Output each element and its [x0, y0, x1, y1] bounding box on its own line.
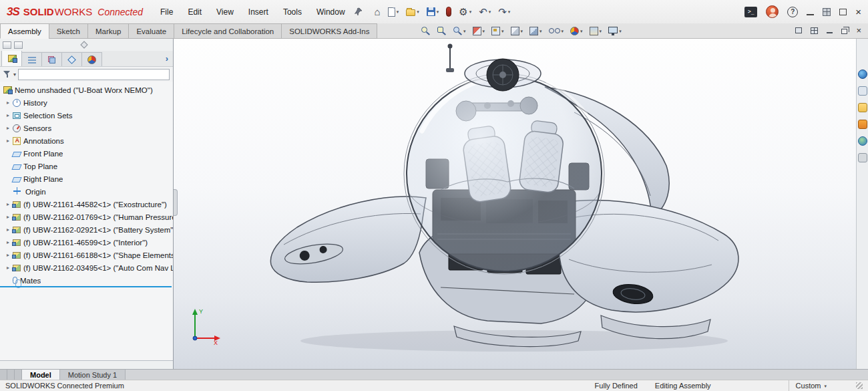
- menu-insert[interactable]: Insert: [248, 7, 268, 17]
- tree-item[interactable]: ▸ History: [0, 96, 173, 109]
- tree-root[interactable]: Nemo unshaded ("U-Boat Worx NEMO"): [0, 84, 173, 96]
- tab-evaluate[interactable]: Evaluate: [128, 23, 174, 39]
- resize-grip[interactable]: [856, 382, 863, 389]
- previous-view-button[interactable]: ▾: [453, 26, 466, 35]
- pin-menu-button[interactable]: [355, 7, 363, 16]
- expand-arrow-icon[interactable]: ▸: [4, 201, 12, 207]
- tree-item[interactable]: ▸ (f) UBW-21161-66188<1> ("Shape Element…: [0, 249, 173, 261]
- graphics-area[interactable]: Y X: [174, 39, 856, 369]
- expand-arrow-icon[interactable]: ▸: [4, 112, 12, 118]
- submarine-model[interactable]: [174, 39, 856, 369]
- tree-item[interactable]: Top Plane: [0, 160, 173, 172]
- view-settings-button[interactable]: ▾: [608, 27, 622, 35]
- panel-tool-icon[interactable]: [3, 41, 11, 49]
- lifecycle-button[interactable]: [445, 6, 453, 17]
- menu-window[interactable]: Window: [316, 7, 345, 17]
- tree-item[interactable]: ▸ Annotations: [0, 134, 173, 147]
- tab-featuremanager-tree[interactable]: [1, 50, 22, 66]
- console-icon[interactable]: >_: [744, 7, 757, 17]
- view-palette-icon[interactable]: [858, 120, 867, 129]
- custom-properties-icon[interactable]: [858, 153, 867, 162]
- pane-splitter-buttons[interactable]: [0, 370, 22, 380]
- expand-arrow-icon[interactable]: ▸: [4, 138, 12, 144]
- tab-motion-study[interactable]: Motion Study 1: [60, 370, 126, 380]
- view-orientation-button[interactable]: ▾: [511, 27, 523, 35]
- section-view-button[interactable]: ▾: [473, 27, 485, 35]
- reference-triad[interactable]: Y X: [186, 306, 222, 345]
- tab-propertymanager[interactable]: [21, 52, 42, 66]
- tab-displaymanager[interactable]: [81, 52, 102, 66]
- appearances-icon[interactable]: [858, 136, 867, 146]
- doc-restore-icon[interactable]: [841, 29, 847, 34]
- doc-minimize-icon[interactable]: [827, 32, 833, 33]
- user-avatar[interactable]: [766, 5, 779, 18]
- apply-scene-button[interactable]: ▾: [590, 27, 602, 35]
- tab-lifecycle-collaboration[interactable]: Lifecycle and Collaboration: [174, 23, 282, 39]
- expand-arrow-icon[interactable]: ▸: [4, 214, 12, 220]
- tab-assembly[interactable]: Assembly: [0, 23, 49, 39]
- component-icon: [13, 265, 21, 271]
- design-library-icon[interactable]: [858, 86, 867, 96]
- filter-icon[interactable]: [3, 71, 11, 78]
- doc-tile-windows-icon[interactable]: [811, 27, 818, 34]
- expand-arrow-icon[interactable]: ▸: [4, 252, 12, 258]
- tab-sketch[interactable]: Sketch: [49, 23, 88, 39]
- tree-item[interactable]: ▸ Sensors: [0, 122, 173, 134]
- open-button[interactable]: ▾: [405, 7, 421, 17]
- tree-filter-input[interactable]: [18, 69, 170, 80]
- undo-button[interactable]: ↶▾: [477, 6, 492, 17]
- panel-splitter-handle[interactable]: [80, 41, 87, 48]
- panel-collapse-arrow[interactable]: ›: [166, 53, 168, 63]
- panel-tool-icon[interactable]: [14, 41, 23, 49]
- zoom-to-fit-button[interactable]: [421, 26, 430, 35]
- zoom-to-area-button[interactable]: [437, 26, 446, 35]
- tree-item[interactable]: ▸ (f) UBW-21162-01769<1> ("Human Pressur…: [0, 211, 173, 223]
- tree-item[interactable]: ▸ (f) UBW-21161-46599<1> ("Interior"): [0, 236, 173, 249]
- 3dexperience-compass-icon[interactable]: [858, 70, 867, 79]
- status-bar: SOLIDWORKS Connected Premium Fully Defin…: [0, 380, 868, 391]
- close-button[interactable]: ×: [855, 7, 861, 17]
- minimize-button[interactable]: [807, 14, 814, 15]
- file-explorer-icon[interactable]: [858, 103, 867, 112]
- annotation-views-button[interactable]: ▾: [491, 27, 504, 35]
- expand-arrow-icon[interactable]: ▸: [4, 227, 12, 233]
- window-layout-button[interactable]: [823, 8, 831, 16]
- maximize-button[interactable]: [839, 9, 847, 15]
- caret-icon[interactable]: ▾: [13, 72, 16, 78]
- tab-dimxpertmanager[interactable]: [61, 52, 82, 66]
- menu-file[interactable]: File: [160, 7, 173, 17]
- home-button[interactable]: ⌂: [373, 6, 382, 17]
- expand-arrow-icon[interactable]: ▸: [4, 265, 12, 271]
- tab-model[interactable]: Model: [22, 370, 60, 380]
- edit-appearance-button[interactable]: ▾: [570, 27, 583, 35]
- panel-splitter-tab[interactable]: [174, 189, 178, 216]
- tree-item[interactable]: Front Plane: [0, 147, 173, 160]
- tab-configurationmanager[interactable]: [41, 52, 62, 66]
- tab-solidworks-addins[interactable]: SOLIDWORKS Add-Ins: [281, 23, 377, 39]
- help-icon[interactable]: ?: [787, 7, 798, 17]
- options-button[interactable]: ⚙▾: [457, 6, 473, 17]
- display-style-button[interactable]: ▾: [529, 27, 542, 35]
- tree-item[interactable]: Right Plane: [0, 172, 173, 185]
- expand-arrow-icon[interactable]: ▸: [4, 125, 12, 131]
- menu-edit[interactable]: Edit: [188, 7, 202, 17]
- expand-arrow-icon[interactable]: ▸: [4, 100, 12, 106]
- unit-system-dropdown[interactable]: Custom ▾: [789, 380, 833, 391]
- triad-x-label: X: [214, 340, 218, 345]
- hide-show-items-button[interactable]: ▾: [549, 28, 564, 33]
- expand-arrow-icon[interactable]: ▸: [4, 239, 12, 245]
- new-document-button[interactable]: ▾: [387, 7, 401, 17]
- menu-view[interactable]: View: [216, 7, 234, 17]
- save-button[interactable]: ▾: [425, 7, 441, 17]
- tree-item[interactable]: ▸ (f) UBW-21162-03495<1> ("Auto Com Nav …: [0, 261, 173, 274]
- tab-markup[interactable]: Markup: [87, 23, 129, 39]
- redo-button[interactable]: ↷▾: [497, 6, 511, 17]
- tree-item[interactable]: ▸ (f) UBW-21162-02921<1> ("Battery Syste…: [0, 223, 173, 236]
- tree-item[interactable]: ▸ Selection Sets: [0, 109, 173, 122]
- tree-item-mates[interactable]: Mates: [0, 274, 173, 287]
- tree-item[interactable]: Origin: [0, 185, 173, 198]
- menu-tools[interactable]: Tools: [283, 7, 302, 17]
- tree-item[interactable]: ▸ (f) UBW-21161-44582<1> ("Exostructure"…: [0, 198, 173, 211]
- doc-close-icon[interactable]: ×: [856, 26, 861, 35]
- doc-new-window-icon[interactable]: [795, 27, 802, 33]
